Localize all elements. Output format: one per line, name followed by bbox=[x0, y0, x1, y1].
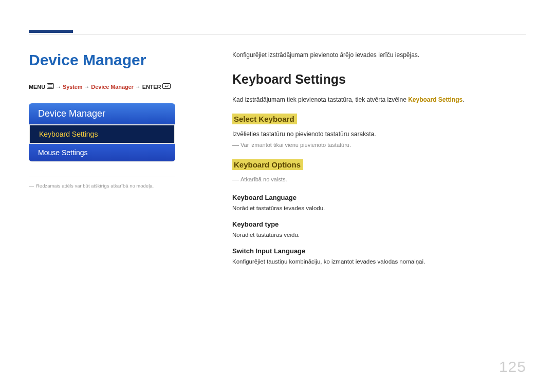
breadcrumb: MENU → System → Device Manager → ENTER bbox=[29, 83, 183, 90]
breadcrumb-device-manager: Device Manager bbox=[91, 84, 133, 90]
option-text: Norādiet tastatūras ievades valodu. bbox=[232, 205, 528, 211]
option-title: Keyboard Language bbox=[232, 194, 528, 201]
panel-item-mouse-settings[interactable]: Mouse Settings bbox=[29, 144, 175, 161]
intro-text: Konfigurējiet izstrādājumam pievienoto ā… bbox=[232, 51, 528, 59]
page-number: 125 bbox=[499, 358, 526, 376]
breadcrumb-arrow-3: → bbox=[135, 84, 141, 90]
header-accent-bar bbox=[29, 30, 73, 33]
option-title: Switch Input Language bbox=[232, 247, 528, 255]
keyboard-settings-description: Kad izstrādājumam tiek pievienota tastat… bbox=[232, 96, 528, 103]
page: Device Manager MENU → System → Device Ma… bbox=[0, 0, 555, 392]
keyboard-options-note: Atkarībā no valsts. bbox=[232, 176, 528, 182]
breadcrumb-arrow-1: → bbox=[55, 84, 61, 90]
model-disclaimer: Redzamais attēls var būt atšķirīgs atkar… bbox=[29, 182, 183, 189]
option-switch-input-language: Switch Input Language Konfigurējiet taus… bbox=[232, 247, 528, 265]
panel-header: Device Manager bbox=[29, 103, 175, 124]
header-rule bbox=[29, 34, 526, 34]
section-heading-keyboard-settings: Keyboard Settings bbox=[232, 72, 528, 87]
breadcrumb-enter-label: ENTER bbox=[142, 84, 161, 90]
description-prefix: Kad izstrādājumam tiek pievienota tastat… bbox=[232, 96, 408, 103]
breadcrumb-system: System bbox=[63, 84, 83, 90]
option-text: Konfigurējiet taustiņu kombināciju, ko i… bbox=[232, 258, 528, 265]
menu-icon bbox=[47, 83, 54, 90]
description-highlight: Keyboard Settings bbox=[408, 96, 462, 103]
breadcrumb-arrow-2: → bbox=[84, 84, 89, 90]
option-text: Norādiet tastatūras veidu. bbox=[232, 232, 528, 238]
breadcrumb-menu-label: MENU bbox=[29, 84, 45, 90]
subheading-select-keyboard: Select Keyboard bbox=[232, 114, 297, 124]
panel-item-label: Keyboard Settings bbox=[39, 130, 98, 138]
description-suffix: . bbox=[462, 96, 464, 103]
enter-icon bbox=[162, 83, 171, 90]
device-manager-panel: Device Manager Keyboard Settings Mouse S… bbox=[29, 103, 175, 161]
select-keyboard-note: Var izmantot tikai vienu pievienoto tast… bbox=[232, 142, 528, 148]
panel-item-label: Mouse Settings bbox=[38, 148, 88, 157]
panel-item-keyboard-settings[interactable]: Keyboard Settings bbox=[29, 124, 175, 144]
option-title: Keyboard type bbox=[232, 220, 528, 228]
page-title: Device Manager bbox=[29, 51, 183, 69]
select-keyboard-text: Izvēlieties tastatūru no pievienoto tast… bbox=[232, 130, 528, 138]
option-keyboard-type: Keyboard type Norādiet tastatūras veidu. bbox=[232, 220, 528, 238]
right-column: Konfigurējiet izstrādājumam pievienoto ā… bbox=[232, 51, 528, 274]
option-keyboard-language: Keyboard Language Norādiet tastatūras ie… bbox=[232, 194, 528, 211]
subheading-keyboard-options: Keyboard Options bbox=[232, 159, 303, 170]
left-column: Device Manager MENU → System → Device Ma… bbox=[29, 51, 183, 189]
left-divider bbox=[29, 177, 175, 177]
